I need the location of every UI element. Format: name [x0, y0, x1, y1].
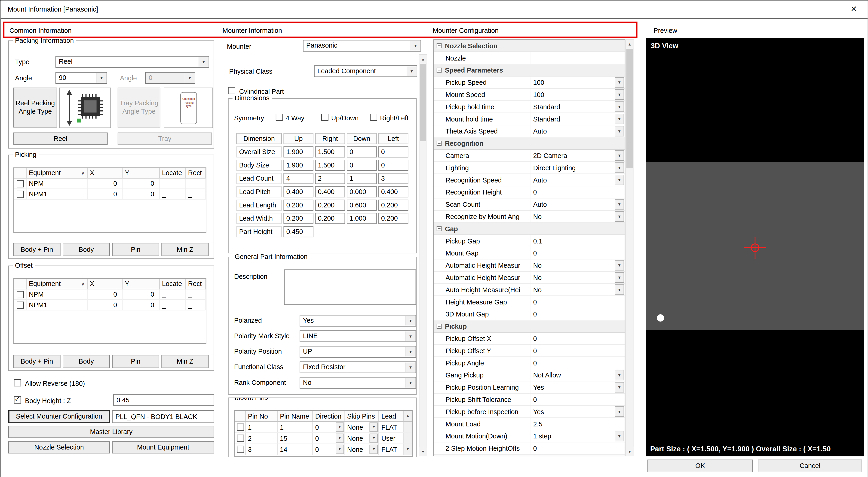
- config-value[interactable]: 0: [530, 394, 625, 405]
- config-value[interactable]: [530, 52, 625, 64]
- row-checkbox[interactable]: [17, 180, 24, 187]
- config-category-nozzle-selection[interactable]: Nozzle Selection: [434, 40, 625, 52]
- cell-skip-pins-select[interactable]: None▼: [345, 433, 379, 444]
- dimension-input[interactable]: 0.000: [347, 186, 377, 197]
- dimension-input[interactable]: 0.200: [283, 200, 313, 211]
- config-value[interactable]: 2.5: [530, 418, 625, 430]
- config-value[interactable]: 0: [530, 308, 625, 320]
- dimension-input[interactable]: 2: [315, 173, 345, 184]
- config-row-theta-axis-speed[interactable]: Theta Axis SpeedAuto▼: [434, 125, 625, 137]
- dimension-input[interactable]: 0: [347, 146, 377, 158]
- equipment-row[interactable]: NPM00__: [14, 289, 206, 300]
- config-row-pickup-offset-y[interactable]: Pickup Offset Y0: [434, 345, 625, 357]
- pin-row-checkbox[interactable]: [237, 435, 244, 442]
- packing-type-select[interactable]: Reel ▼: [56, 56, 209, 67]
- config-row-scan-count[interactable]: Scan CountAuto▼: [434, 198, 625, 211]
- dimension-input[interactable]: 0.400: [378, 186, 408, 197]
- config-value[interactable]: No▼: [530, 211, 625, 222]
- config-value[interactable]: 1 step▼: [530, 430, 625, 442]
- config-row-mount-hold-time[interactable]: Mount hold timeStandard▼: [434, 113, 625, 126]
- reel-button[interactable]: Reel: [13, 133, 108, 145]
- equipment-row[interactable]: NPM00__: [14, 178, 206, 189]
- select-polarity-mark-style[interactable]: LINE▼: [300, 330, 416, 342]
- config-value[interactable]: Standard▼: [530, 113, 625, 125]
- config-row-recognize-by-mount-ang[interactable]: Recognize by Mount AngNo▼: [434, 211, 625, 223]
- dropdown-icon[interactable]: ▼: [615, 211, 624, 222]
- dropdown-icon[interactable]: ▼: [615, 114, 624, 124]
- collapse-icon[interactable]: [437, 226, 442, 231]
- config-value[interactable]: 0: [530, 345, 625, 356]
- config-value[interactable]: Auto▼: [530, 198, 625, 210]
- config-row-recognition-height[interactable]: Recognition Height0: [434, 186, 625, 198]
- pins-header-pin-no[interactable]: Pin No: [246, 411, 278, 421]
- config-value[interactable]: 100▼: [530, 76, 625, 88]
- config-row-recognition-speed[interactable]: Recognition SpeedAuto▼: [434, 174, 625, 186]
- config-category-gap[interactable]: Gap: [434, 223, 625, 235]
- config-row-pickup-hold-time[interactable]: Pickup hold timeStandard▼: [434, 101, 625, 113]
- config-row-mount-load[interactable]: Mount Load2.5: [434, 418, 625, 430]
- dropdown-icon[interactable]: ▼: [615, 406, 624, 417]
- mounter-info-scrollbar[interactable]: ▲ ▼: [419, 54, 427, 456]
- scrollbar-thumb[interactable]: [626, 49, 633, 168]
- cell-skip-pins-select[interactable]: None▼: [345, 444, 379, 454]
- config-category-speed-parameters[interactable]: Speed Parameters: [434, 64, 625, 76]
- config-value[interactable]: 0.1: [530, 235, 625, 247]
- collapse-icon[interactable]: [437, 141, 442, 146]
- config-value[interactable]: 0: [530, 186, 625, 198]
- config-row-gang-pickup[interactable]: Gang PickupNot Allow▼: [434, 369, 625, 381]
- select-functional-class[interactable]: Fixed Resistor▼: [300, 362, 416, 373]
- picking-body-pin-button[interactable]: Body + Pin: [13, 243, 61, 256]
- header-cell-x[interactable]: X: [88, 168, 123, 178]
- config-value[interactable]: Yes▼: [530, 406, 625, 417]
- config-row-pickup-before-inspection[interactable]: Pickup before InspectionYes▼: [434, 406, 625, 418]
- collapse-icon[interactable]: [437, 43, 442, 48]
- dimension-input[interactable]: 1.900: [283, 146, 313, 158]
- master-library-button[interactable]: Master Library: [8, 426, 214, 438]
- header-cell-y[interactable]: Y: [123, 279, 160, 289]
- equipment-row[interactable]: NPM100__: [14, 300, 206, 310]
- pin-row-checkbox[interactable]: [237, 446, 244, 453]
- config-row-3d-mount-gap[interactable]: 3D Mount Gap0: [434, 308, 625, 320]
- row-checkbox[interactable]: [17, 291, 24, 298]
- dropdown-icon[interactable]: ▼: [615, 272, 624, 283]
- title-bar[interactable]: Mount Information [Panasonic] ✕: [0, 0, 868, 19]
- config-row-pickup-gap[interactable]: Pickup Gap0.1: [434, 235, 625, 247]
- ok-button[interactable]: OK: [648, 460, 753, 472]
- dimension-input[interactable]: 0.200: [283, 213, 313, 224]
- dimension-input[interactable]: 1: [347, 173, 377, 184]
- scroll-down-icon[interactable]: ▼: [626, 447, 633, 456]
- header-cell-rect[interactable]: Rect: [186, 279, 206, 289]
- config-row-pickup-offset-x[interactable]: Pickup Offset X0: [434, 333, 625, 345]
- config-row-mount-gap[interactable]: Mount Gap0: [434, 247, 625, 260]
- config-value[interactable]: 100▼: [530, 89, 625, 100]
- row-checkbox[interactable]: [17, 190, 24, 198]
- config-value[interactable]: 2D Camera▼: [530, 150, 625, 161]
- dimension-input[interactable]: 0.600: [347, 200, 377, 211]
- dropdown-icon[interactable]: ▼: [615, 89, 624, 100]
- dimension-input[interactable]: 0: [378, 146, 408, 158]
- config-value[interactable]: Auto▼: [530, 174, 625, 186]
- dropdown-icon[interactable]: ▼: [370, 445, 378, 454]
- dimension-input[interactable]: 0.200: [378, 200, 408, 211]
- dropdown-icon[interactable]: ▼: [615, 150, 624, 161]
- cell-direction-select[interactable]: 0▼: [313, 422, 345, 433]
- pins-header-direction[interactable]: Direction: [313, 411, 345, 421]
- dropdown-icon[interactable]: ▼: [370, 434, 378, 443]
- dimension-input[interactable]: 1.900: [283, 160, 313, 171]
- scroll-up-icon[interactable]: ▲: [626, 40, 633, 48]
- config-row-lighting[interactable]: LightingDirect Lighting▼: [434, 162, 625, 174]
- header-cell-equipment[interactable]: Equipment∧: [27, 168, 88, 178]
- offset-pin-button[interactable]: Pin: [112, 355, 159, 368]
- dropdown-icon[interactable]: ▼: [615, 284, 624, 295]
- config-value[interactable]: Direct Lighting▼: [530, 162, 625, 173]
- dropdown-icon[interactable]: ▼: [615, 162, 624, 173]
- row-checkbox[interactable]: [17, 301, 24, 308]
- config-row-nozzle[interactable]: Nozzle: [434, 52, 625, 64]
- header-cell-y[interactable]: Y: [123, 168, 160, 178]
- config-value[interactable]: No▼: [530, 260, 625, 271]
- config-category-recognition[interactable]: Recognition: [434, 137, 625, 150]
- dropdown-icon[interactable]: ▼: [335, 445, 344, 454]
- config-value[interactable]: Standard▼: [530, 101, 625, 112]
- dropdown-icon[interactable]: ▼: [615, 260, 624, 271]
- mount-equipment-button[interactable]: Mount Equipment: [112, 441, 214, 453]
